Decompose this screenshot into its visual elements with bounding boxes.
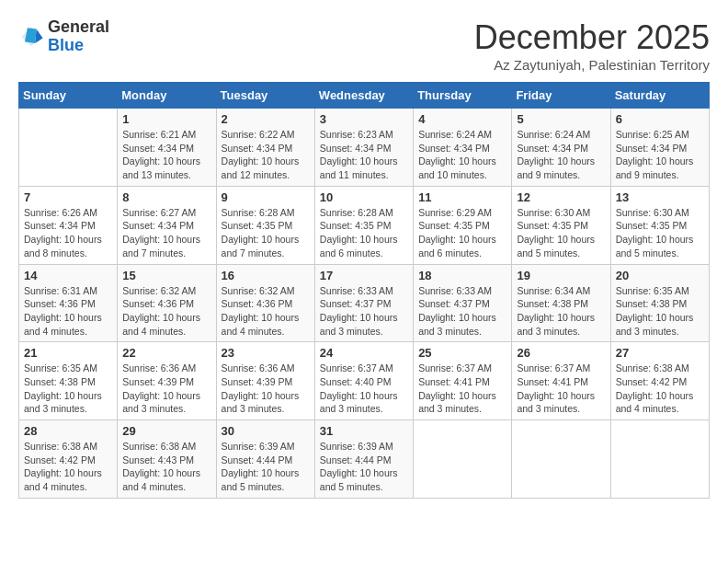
day-number: 25 bbox=[418, 346, 506, 360]
calendar-table: SundayMondayTuesdayWednesdayThursdayFrid… bbox=[18, 82, 710, 499]
calendar-week-3: 14Sunrise: 6:31 AM Sunset: 4:36 PM Dayli… bbox=[19, 264, 710, 342]
calendar-header-friday: Friday bbox=[512, 83, 610, 109]
calendar-cell: 7Sunrise: 6:26 AM Sunset: 4:34 PM Daylig… bbox=[19, 186, 118, 264]
day-info: Sunrise: 6:30 AM Sunset: 4:35 PM Dayligh… bbox=[616, 206, 704, 260]
location-subtitle: Az Zaytuniyah, Palestinian Territory bbox=[474, 57, 710, 73]
title-block: December 2025 Az Zaytuniyah, Palestinian… bbox=[474, 18, 710, 73]
calendar-cell: 21Sunrise: 6:35 AM Sunset: 4:38 PM Dayli… bbox=[19, 342, 118, 420]
logo: General Blue bbox=[18, 18, 109, 55]
calendar-header-wednesday: Wednesday bbox=[314, 83, 413, 109]
day-number: 11 bbox=[418, 190, 506, 204]
calendar-cell: 26Sunrise: 6:37 AM Sunset: 4:41 PM Dayli… bbox=[512, 342, 610, 420]
day-number: 26 bbox=[517, 346, 605, 360]
calendar-cell: 6Sunrise: 6:25 AM Sunset: 4:34 PM Daylig… bbox=[610, 109, 709, 187]
day-info: Sunrise: 6:37 AM Sunset: 4:41 PM Dayligh… bbox=[418, 362, 506, 416]
calendar-cell: 15Sunrise: 6:32 AM Sunset: 4:36 PM Dayli… bbox=[118, 264, 216, 342]
day-number: 12 bbox=[517, 190, 605, 204]
day-info: Sunrise: 6:34 AM Sunset: 4:38 PM Dayligh… bbox=[517, 284, 605, 339]
calendar-cell: 29Sunrise: 6:38 AM Sunset: 4:43 PM Dayli… bbox=[118, 420, 216, 499]
day-info: Sunrise: 6:35 AM Sunset: 4:38 PM Dayligh… bbox=[24, 362, 112, 416]
day-info: Sunrise: 6:21 AM Sunset: 4:34 PM Dayligh… bbox=[122, 128, 210, 182]
calendar-header-thursday: Thursday bbox=[414, 83, 512, 109]
day-number: 19 bbox=[517, 269, 605, 282]
calendar-cell: 16Sunrise: 6:32 AM Sunset: 4:36 PM Dayli… bbox=[216, 264, 314, 342]
day-number: 3 bbox=[320, 112, 408, 126]
day-info: Sunrise: 6:27 AM Sunset: 4:34 PM Dayligh… bbox=[122, 206, 210, 260]
logo-general: General bbox=[48, 17, 109, 36]
calendar-header-row: SundayMondayTuesdayWednesdayThursdayFrid… bbox=[19, 83, 710, 109]
calendar-cell: 20Sunrise: 6:35 AM Sunset: 4:38 PM Dayli… bbox=[610, 264, 709, 342]
calendar-cell: 24Sunrise: 6:37 AM Sunset: 4:40 PM Dayli… bbox=[314, 342, 413, 420]
day-info: Sunrise: 6:37 AM Sunset: 4:40 PM Dayligh… bbox=[320, 362, 408, 416]
day-number: 2 bbox=[222, 112, 310, 126]
day-number: 4 bbox=[418, 112, 506, 126]
day-number: 5 bbox=[517, 112, 605, 126]
day-info: Sunrise: 6:33 AM Sunset: 4:37 PM Dayligh… bbox=[320, 284, 408, 339]
day-info: Sunrise: 6:25 AM Sunset: 4:34 PM Dayligh… bbox=[616, 128, 704, 182]
day-info: Sunrise: 6:39 AM Sunset: 4:44 PM Dayligh… bbox=[222, 440, 310, 494]
day-info: Sunrise: 6:38 AM Sunset: 4:42 PM Dayligh… bbox=[616, 362, 704, 416]
calendar-cell: 1Sunrise: 6:21 AM Sunset: 4:34 PM Daylig… bbox=[118, 109, 216, 187]
day-info: Sunrise: 6:24 AM Sunset: 4:34 PM Dayligh… bbox=[418, 128, 506, 182]
calendar-cell: 27Sunrise: 6:38 AM Sunset: 4:42 PM Dayli… bbox=[610, 342, 709, 420]
day-info: Sunrise: 6:32 AM Sunset: 4:36 PM Dayligh… bbox=[122, 284, 210, 339]
day-number: 22 bbox=[122, 346, 210, 360]
calendar-cell bbox=[512, 420, 610, 499]
calendar-week-5: 28Sunrise: 6:38 AM Sunset: 4:42 PM Dayli… bbox=[19, 420, 710, 499]
calendar-cell: 30Sunrise: 6:39 AM Sunset: 4:44 PM Dayli… bbox=[216, 420, 314, 499]
day-number: 20 bbox=[616, 269, 704, 282]
svg-marker-1 bbox=[35, 29, 42, 42]
day-number: 29 bbox=[122, 424, 210, 438]
calendar-cell: 2Sunrise: 6:22 AM Sunset: 4:34 PM Daylig… bbox=[216, 109, 314, 187]
day-info: Sunrise: 6:28 AM Sunset: 4:35 PM Dayligh… bbox=[320, 206, 408, 260]
day-info: Sunrise: 6:26 AM Sunset: 4:34 PM Dayligh… bbox=[24, 206, 112, 260]
calendar-week-1: 1Sunrise: 6:21 AM Sunset: 4:34 PM Daylig… bbox=[19, 109, 710, 187]
day-info: Sunrise: 6:31 AM Sunset: 4:36 PM Dayligh… bbox=[24, 284, 112, 339]
calendar-cell: 4Sunrise: 6:24 AM Sunset: 4:34 PM Daylig… bbox=[414, 109, 512, 187]
day-info: Sunrise: 6:36 AM Sunset: 4:39 PM Dayligh… bbox=[122, 362, 210, 416]
calendar-week-2: 7Sunrise: 6:26 AM Sunset: 4:34 PM Daylig… bbox=[19, 186, 710, 264]
day-number: 30 bbox=[222, 424, 310, 438]
logo-text: General Blue bbox=[48, 18, 109, 55]
calendar-week-4: 21Sunrise: 6:35 AM Sunset: 4:38 PM Dayli… bbox=[19, 342, 710, 420]
day-number: 14 bbox=[24, 269, 112, 282]
day-number: 9 bbox=[222, 190, 310, 204]
calendar-cell bbox=[414, 420, 512, 499]
calendar-cell: 23Sunrise: 6:36 AM Sunset: 4:39 PM Dayli… bbox=[216, 342, 314, 420]
day-info: Sunrise: 6:33 AM Sunset: 4:37 PM Dayligh… bbox=[418, 284, 506, 339]
day-info: Sunrise: 6:28 AM Sunset: 4:35 PM Dayligh… bbox=[222, 206, 310, 260]
day-number: 31 bbox=[320, 424, 408, 438]
calendar-header-monday: Monday bbox=[118, 83, 216, 109]
day-number: 16 bbox=[222, 269, 310, 282]
calendar-header-saturday: Saturday bbox=[610, 83, 709, 109]
day-info: Sunrise: 6:30 AM Sunset: 4:35 PM Dayligh… bbox=[517, 206, 605, 260]
page-header: General Blue December 2025 Az Zaytuniyah… bbox=[18, 18, 710, 73]
day-number: 23 bbox=[222, 346, 310, 360]
day-number: 1 bbox=[122, 112, 210, 126]
day-number: 6 bbox=[616, 112, 704, 126]
calendar-header-sunday: Sunday bbox=[19, 83, 118, 109]
calendar-cell: 3Sunrise: 6:23 AM Sunset: 4:34 PM Daylig… bbox=[314, 109, 413, 187]
day-number: 8 bbox=[122, 190, 210, 204]
day-number: 13 bbox=[616, 190, 704, 204]
calendar-cell: 8Sunrise: 6:27 AM Sunset: 4:34 PM Daylig… bbox=[118, 186, 216, 264]
calendar-cell: 14Sunrise: 6:31 AM Sunset: 4:36 PM Dayli… bbox=[19, 264, 118, 342]
calendar-cell: 17Sunrise: 6:33 AM Sunset: 4:37 PM Dayli… bbox=[314, 264, 413, 342]
calendar-cell: 10Sunrise: 6:28 AM Sunset: 4:35 PM Dayli… bbox=[314, 186, 413, 264]
day-number: 28 bbox=[24, 424, 112, 438]
day-info: Sunrise: 6:32 AM Sunset: 4:36 PM Dayligh… bbox=[222, 284, 310, 339]
day-number: 15 bbox=[122, 269, 210, 282]
day-number: 10 bbox=[320, 190, 408, 204]
calendar-cell: 22Sunrise: 6:36 AM Sunset: 4:39 PM Dayli… bbox=[118, 342, 216, 420]
day-number: 27 bbox=[616, 346, 704, 360]
day-info: Sunrise: 6:35 AM Sunset: 4:38 PM Dayligh… bbox=[616, 284, 704, 339]
calendar-cell: 18Sunrise: 6:33 AM Sunset: 4:37 PM Dayli… bbox=[414, 264, 512, 342]
day-info: Sunrise: 6:24 AM Sunset: 4:34 PM Dayligh… bbox=[517, 128, 605, 182]
calendar-cell bbox=[19, 109, 118, 187]
day-info: Sunrise: 6:22 AM Sunset: 4:34 PM Dayligh… bbox=[222, 128, 310, 182]
calendar-header-tuesday: Tuesday bbox=[216, 83, 314, 109]
calendar-cell: 31Sunrise: 6:39 AM Sunset: 4:44 PM Dayli… bbox=[314, 420, 413, 499]
calendar-cell: 5Sunrise: 6:24 AM Sunset: 4:34 PM Daylig… bbox=[512, 109, 610, 187]
day-info: Sunrise: 6:36 AM Sunset: 4:39 PM Dayligh… bbox=[222, 362, 310, 416]
calendar-cell: 13Sunrise: 6:30 AM Sunset: 4:35 PM Dayli… bbox=[610, 186, 709, 264]
